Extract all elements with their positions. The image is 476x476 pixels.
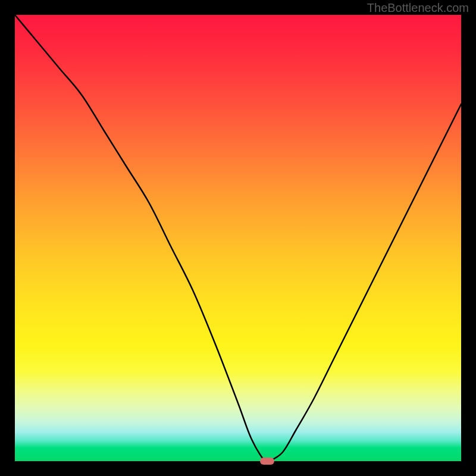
watermark-text: TheBottleneck.com xyxy=(367,1,469,15)
optimal-point-marker xyxy=(260,458,274,465)
bottleneck-curve-line xyxy=(15,15,461,461)
chart-curve-svg xyxy=(15,15,461,461)
chart-plot-area xyxy=(15,15,461,461)
